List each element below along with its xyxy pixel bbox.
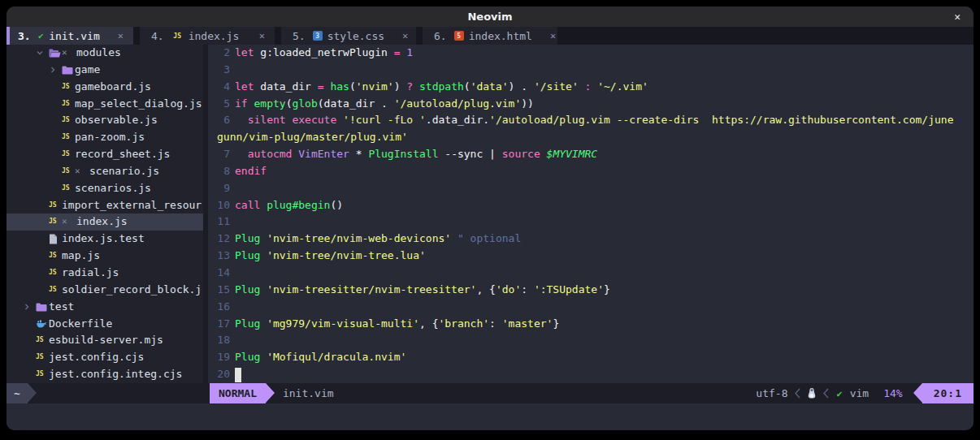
tab-close-icon[interactable]: ✕	[550, 30, 556, 41]
tab-label: index.html	[469, 30, 532, 42]
tree-item-map.js[interactable]: JSmap.js	[7, 248, 203, 265]
code-line[interactable]: 16	[208, 299, 973, 316]
code-line[interactable]: 11	[208, 214, 973, 231]
js-icon: JS	[62, 180, 70, 197]
code-text: Plug 'nvim-tree/nvim-tree.lua'	[235, 248, 426, 265]
tree-item-observable.js[interactable]: JSobservable.js	[7, 112, 203, 129]
vim-icon: ✔	[836, 388, 842, 399]
line-number: 15	[208, 282, 230, 299]
code-line[interactable]: 18	[208, 332, 973, 349]
tree-item-scenario.js[interactable]: JS✕scenario.js	[7, 163, 203, 180]
code-line[interactable]: 3	[208, 62, 973, 79]
tab-number: 5.	[293, 30, 306, 42]
tree-item-jest.config.integ.cjs[interactable]: JSjest.config.integ.cjs	[7, 366, 203, 383]
tab-index.js[interactable]: 4.JSindex.js✕	[140, 27, 275, 45]
tree-item-radial.js[interactable]: JSradial.js	[7, 265, 203, 282]
line-number: 6	[208, 112, 230, 129]
main-area: ✕modulesgameJSgameboard.jsJSmap_select_d…	[7, 45, 973, 383]
tree-item-pan-zoom.js[interactable]: JSpan-zoom.js	[7, 129, 203, 146]
tab-close-icon[interactable]: ✕	[402, 30, 408, 41]
line-number: 8	[208, 163, 230, 180]
command-line[interactable]	[7, 403, 973, 430]
window-close-icon[interactable]: ✕	[954, 6, 960, 27]
line-number: 14	[208, 265, 230, 282]
tab-number: 3.	[18, 30, 31, 42]
title-bar[interactable]: Neovim ✕	[7, 6, 973, 27]
code-text: Plug 'nvim-treesitter/nvim-treesitter', …	[235, 282, 610, 299]
statusline-filename: init.vim	[283, 383, 334, 403]
js-icon: JS	[62, 163, 70, 180]
code-line[interactable]: 14	[208, 265, 973, 282]
js-icon: JS	[49, 265, 57, 282]
code-line[interactable]: 6 silent execute '!curl -fLo '.data_dir.…	[208, 112, 973, 129]
code-line[interactable]: 9	[208, 180, 973, 197]
code-line[interactable]: 8endif	[208, 163, 973, 180]
tree-item-index.js[interactable]: JS✕index.js	[7, 214, 203, 231]
code-line[interactable]: 15Plug 'nvim-treesitter/nvim-treesitter'…	[208, 282, 973, 299]
tree-item-index.js.test[interactable]: index.js.test	[7, 231, 203, 248]
line-number: 5	[208, 96, 230, 113]
folder-icon	[62, 66, 73, 75]
tree-item-record_sheet.js[interactable]: JSrecord_sheet.js	[7, 146, 203, 163]
chevron-right-icon	[23, 303, 31, 311]
vim-icon: ✔	[38, 31, 44, 41]
js-icon: JS	[49, 248, 57, 265]
tree-item-import_external_resour[interactable]: JSimport_external_resour	[7, 197, 203, 214]
code-line[interactable]: 12Plug 'nvim-tree/nvim-web-devicons' " o…	[208, 231, 973, 248]
js-icon: JS	[171, 32, 184, 40]
statusline-right: utf-8 ✔ vim 14%	[756, 383, 902, 403]
tree-item-label: scenarios.js	[75, 180, 151, 197]
tree-item-label: test	[49, 299, 74, 316]
folder-icon	[36, 303, 47, 312]
tab-index.html[interactable]: 6.5index.html✕	[423, 27, 557, 45]
tree-item-label: index.js.test	[62, 231, 145, 248]
code-line[interactable]: 2let g:loaded_netrwPlugin = 1	[208, 45, 973, 62]
tab-close-icon[interactable]: ✕	[259, 30, 265, 41]
tree-item-scenarios.js[interactable]: JSscenarios.js	[7, 180, 203, 197]
line-number: 19	[208, 349, 230, 366]
thin-separator-icon	[795, 388, 800, 399]
code-line[interactable]: 7 autocmd VimEnter * PlugInstall --sync …	[208, 146, 973, 163]
code-line[interactable]: 10call plug#begin()	[208, 197, 973, 214]
code-line[interactable]: 4let data_dir = has('nvim') ? stdpath('d…	[208, 79, 973, 96]
code-text: call plug#begin()	[235, 197, 343, 214]
line-number: 12	[208, 231, 230, 248]
code-text: if empty(glob(data_dir . '/autoload/plug…	[235, 96, 534, 113]
tree-status-chip: ~	[7, 383, 37, 403]
code-line[interactable]: 20	[208, 366, 973, 383]
line-number: 16	[208, 299, 230, 316]
tree-item-jest.config.cjs[interactable]: JSjest.config.cjs	[7, 349, 203, 366]
tree-item-esbuild-server.mjs[interactable]: JSesbuild-server.mjs	[7, 332, 203, 349]
tree-item-soldier_record_block.j[interactable]: JSsoldier_record_block.j	[7, 282, 203, 299]
code-line[interactable]: 13Plug 'nvim-tree/nvim-tree.lua'	[208, 248, 973, 265]
code-line[interactable]: 19Plug 'Mofiqul/dracula.nvim'	[208, 349, 973, 366]
code-line[interactable]: 17Plug 'mg979/vim-visual-multi', {'branc…	[208, 316, 973, 333]
cursor-position-chip: 20:1	[913, 383, 973, 403]
doc-icon	[49, 234, 58, 244]
tree-item-map_select_dialog.js[interactable]: JSmap_select_dialog.js	[7, 96, 203, 113]
tree-item-label: index.js	[76, 214, 128, 231]
js-icon: JS	[62, 112, 70, 129]
file-tree[interactable]: ✕modulesgameJSgameboard.jsJSmap_select_d…	[7, 45, 203, 383]
js-icon: JS	[49, 214, 57, 231]
chevron-down-icon	[36, 49, 44, 57]
line-number: 7	[208, 146, 230, 163]
tree-item-Dockerfile[interactable]: Dockerfile	[7, 316, 203, 333]
tree-item-label: soldier_record_block.j	[62, 282, 202, 299]
tab-close-icon[interactable]: ✕	[118, 30, 124, 41]
code-text: gunn/vim-plug/master/plug.vim'	[217, 129, 408, 146]
tab-style.css[interactable]: 5.3style.css✕	[281, 27, 416, 45]
encoding-label: utf-8	[756, 387, 787, 399]
tab-init.vim[interactable]: 3.✔init.vim✕	[7, 27, 133, 45]
code-text: silent execute '!curl -fLo '.data_dir.'/…	[235, 112, 953, 129]
tree-item-gameboard.js[interactable]: JSgameboard.js	[7, 79, 203, 96]
editor[interactable]: 2let g:loaded_netrwPlugin = 134let data_…	[208, 45, 973, 383]
powerline-arrow-icon	[28, 383, 37, 403]
tree-item-modules[interactable]: ✕modules	[7, 45, 203, 62]
tab-number: 6.	[434, 30, 447, 42]
code-line[interactable]: gunn/vim-plug/master/plug.vim'	[208, 129, 973, 146]
tree-item-game[interactable]: game	[7, 62, 203, 79]
code-line[interactable]: 5if empty(glob(data_dir . '/autoload/plu…	[208, 96, 973, 113]
tree-item-test[interactable]: test	[7, 299, 203, 316]
code-text: let g:loaded_netrwPlugin = 1	[235, 45, 413, 62]
